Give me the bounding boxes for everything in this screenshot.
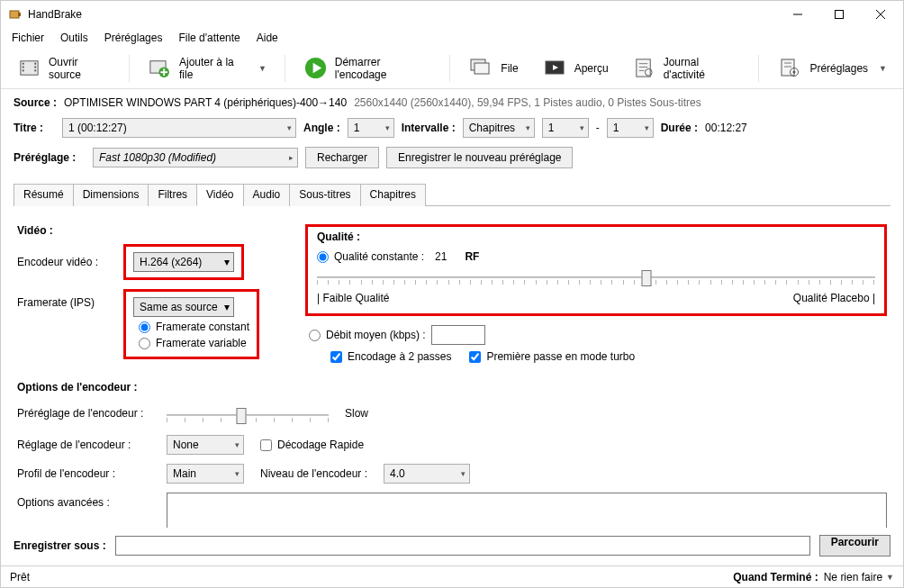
constant-quality-label: Qualité constante : (334, 250, 424, 263)
status-text: Prêt (10, 571, 30, 583)
tab-filters[interactable]: Filtres (148, 184, 197, 206)
browse-button[interactable]: Parcourir (819, 535, 890, 556)
angle-label: Angle : (303, 122, 340, 134)
when-done-select[interactable]: Ne rien faire▼ (824, 571, 894, 583)
preview-icon (542, 56, 567, 81)
encoder-label: Encodeur vidéo : (17, 256, 114, 268)
framerate-variable-radio[interactable] (139, 338, 150, 349)
rf-unit: RF (465, 250, 479, 263)
title-select[interactable]: 1 (00:12:27)▾ (62, 118, 296, 138)
save-as-input[interactable] (115, 536, 810, 556)
presets-label: Préréglages (809, 62, 868, 75)
duration-value: 00:12:27 (705, 122, 747, 134)
svg-rect-20 (475, 63, 489, 74)
presets-button[interactable]: Préréglages ▼ (768, 52, 896, 85)
svg-rect-8 (23, 67, 24, 68)
tab-chapters[interactable]: Chapitres (360, 184, 426, 206)
two-pass-checkbox[interactable] (330, 351, 342, 363)
toolbar-separator (449, 55, 450, 82)
status-bar: Prêt Quand Terminé : Ne rien faire▼ (1, 565, 903, 587)
tab-dimensions[interactable]: Dimensions (73, 184, 149, 206)
range-to-select[interactable]: 1▾ (607, 118, 654, 138)
queue-button[interactable]: File (459, 52, 527, 85)
constant-quality-radio[interactable] (317, 251, 329, 263)
activity-log-label: Journal d'activité (664, 56, 741, 81)
queue-label: File (501, 62, 518, 75)
start-encode-button[interactable]: Démarrer l'encodage (294, 52, 441, 85)
save-as-row: Enregistrer sous : Parcourir (1, 535, 903, 565)
tab-video[interactable]: Vidéo (196, 184, 243, 206)
fast-decode-label: Décodage Rapide (277, 439, 364, 451)
title-label: Titre : (14, 122, 55, 134)
source-info: 2560x1440 (2560x1440), 59,94 FPS, 1 Pist… (354, 96, 701, 109)
encoder-preset-slider[interactable] (167, 406, 329, 424)
add-queue-button[interactable]: Ajouter à la file ▼ (139, 52, 276, 85)
log-icon (632, 56, 656, 81)
minimize-button[interactable] (777, 1, 818, 28)
encoder-profile-label: Profil de l'encodeur : (17, 467, 150, 480)
presets-icon (777, 56, 802, 81)
encoder-preset-value: Slow (345, 407, 368, 420)
toolbar: Ouvrir source Ajouter à la file ▼ Démarr… (1, 48, 903, 89)
menu-bar: Fichier Outils Préréglages File d'attent… (1, 28, 903, 48)
range-mode-select[interactable]: Chapitres▾ (463, 118, 535, 138)
advanced-options-input[interactable] (167, 493, 887, 528)
add-queue-label: Ajouter à la file (179, 56, 248, 81)
svg-rect-3 (836, 11, 844, 19)
encoder-tune-select[interactable]: None▾ (167, 435, 244, 455)
tab-summary[interactable]: Résumé (14, 184, 74, 206)
encoder-preset-label: Préréglage de l'encodeur : (17, 407, 150, 420)
range-label: Intervalle : (402, 122, 456, 134)
preset-label: Préréglage : (14, 151, 86, 164)
angle-select[interactable]: 1▾ (348, 118, 394, 138)
window-title: HandBrake (28, 8, 777, 21)
source-label: Source : (14, 96, 57, 109)
menu-file[interactable]: Fichier (5, 30, 51, 46)
preview-button[interactable]: Aperçu (533, 52, 618, 85)
turbo-first-pass-checkbox[interactable] (469, 351, 481, 363)
save-new-preset-button[interactable]: Enregistrer le nouveau préréglage (386, 147, 573, 168)
menu-help[interactable]: Aide (249, 30, 285, 46)
framerate-variable-label: Framerate variable (156, 337, 247, 349)
avg-bitrate-label: Débit moyen (kbps) : (326, 329, 426, 341)
quality-slider[interactable] (317, 268, 875, 286)
menu-presets[interactable]: Préréglages (97, 30, 170, 46)
quality-heading: Qualité : (317, 231, 875, 243)
preview-label: Aperçu (574, 62, 609, 75)
avg-bitrate-input[interactable] (431, 325, 485, 345)
chevron-down-icon[interactable]: ▼ (258, 64, 267, 73)
reload-preset-button[interactable]: Recharger (305, 147, 379, 168)
encoder-level-select[interactable]: 4.0▾ (384, 464, 470, 484)
close-button[interactable] (860, 1, 901, 28)
video-tab-panel: Vidéo : Encodeur vidéo : H.264 (x264)▾ F… (14, 215, 890, 528)
encoder-profile-select[interactable]: Main▾ (167, 464, 244, 484)
title-bar: HandBrake (1, 1, 903, 28)
turbo-first-pass-label: Première passe en mode turbo (486, 350, 635, 363)
svg-rect-1 (18, 13, 21, 16)
range-dash: - (596, 122, 600, 134)
fast-decode-checkbox[interactable] (260, 439, 272, 451)
open-source-button[interactable]: Ouvrir source (8, 52, 120, 85)
tab-subtitles[interactable]: Sous-titres (289, 184, 360, 206)
video-heading: Vidéo : (17, 224, 287, 237)
preset-select[interactable]: Fast 1080p30 (Modified)▸ (93, 148, 298, 167)
avg-bitrate-radio[interactable] (309, 330, 321, 341)
range-from-select[interactable]: 1▾ (542, 118, 589, 138)
chevron-down-icon[interactable]: ▼ (879, 64, 887, 73)
svg-point-32 (793, 70, 796, 73)
add-queue-icon (148, 56, 172, 81)
duration-label: Durée : (661, 122, 698, 134)
encoder-options-heading: Options de l'encodeur : (17, 381, 887, 394)
app-icon (8, 7, 23, 22)
tab-audio[interactable]: Audio (243, 184, 291, 206)
framerate-select[interactable]: Same as source▾ (133, 297, 234, 317)
open-source-label: Ouvrir source (49, 56, 111, 81)
two-pass-label: Encodage à 2 passes (348, 350, 451, 363)
maximize-button[interactable] (818, 1, 860, 28)
video-encoder-select[interactable]: H.264 (x264)▾ (133, 252, 234, 272)
menu-tools[interactable]: Outils (53, 30, 95, 46)
activity-log-button[interactable]: Journal d'activité (623, 52, 750, 85)
framerate-constant-radio[interactable] (139, 321, 150, 333)
svg-rect-10 (34, 63, 36, 65)
menu-queue[interactable]: File d'attente (171, 30, 247, 46)
